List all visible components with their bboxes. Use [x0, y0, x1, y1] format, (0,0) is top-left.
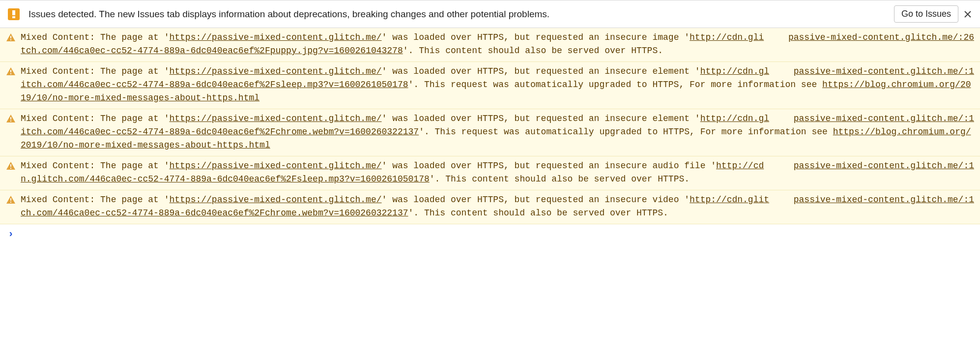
svg-rect-10 [10, 198, 11, 201]
svg-rect-2 [10, 36, 11, 38]
issues-icon [8, 8, 20, 20]
warning-icon [6, 66, 16, 76]
warning-icon [6, 195, 16, 205]
warning-source-link[interactable]: passive-mixed-content.glitch.me/:1 [794, 112, 974, 125]
warning-message: passive-mixed-content.glitch.me/:1 Mixed… [21, 65, 974, 105]
warn-text: Mixed Content: The page at ' [21, 161, 169, 171]
warn-url[interactable]: https://passive-mixed-content.glitch.me/ [169, 114, 381, 123]
warn-text: ' was loaded over HTTPS, but requested a… [382, 66, 700, 76]
warning-message: passive-mixed-content.glitch.me/:26 Mixe… [21, 31, 974, 58]
warn-text: '. This content should also be served ov… [403, 46, 663, 56]
warn-text: '. This content should also be served ov… [430, 174, 690, 184]
warning-message: passive-mixed-content.glitch.me/:1 Mixed… [21, 112, 974, 152]
svg-rect-11 [10, 202, 11, 203]
warn-url[interactable]: https://passive-mixed-content.glitch.me/ [169, 32, 381, 42]
warn-text: Mixed Content: The page at ' [21, 114, 169, 123]
warn-text: Mixed Content: The page at ' [21, 66, 169, 76]
svg-rect-8 [10, 164, 11, 167]
warning-source-link[interactable]: passive-mixed-content.glitch.me/:1 [794, 193, 974, 207]
warning-icon [6, 161, 16, 171]
warn-url[interactable]: https://passive-mixed-content.glitch.me/ [169, 161, 381, 171]
console-warning-row[interactable]: passive-mixed-content.glitch.me/:1 Mixed… [0, 190, 980, 224]
warning-message: passive-mixed-content.glitch.me/:1 Mixed… [21, 193, 974, 220]
warning-source-link[interactable]: passive-mixed-content.glitch.me/:1 [794, 159, 974, 173]
warn-url[interactable]: https://passive-mixed-content.glitch.me/ [169, 195, 381, 205]
warn-text: '. This request was automatically upgrad… [408, 80, 823, 90]
warn-text: ' was loaded over HTTPS, but requested a… [382, 114, 700, 123]
svg-rect-5 [10, 73, 11, 74]
close-icon[interactable] [963, 10, 972, 19]
go-to-issues-button[interactable]: Go to Issues [894, 5, 958, 23]
issues-banner-text: Issues detected. The new Issues tab disp… [29, 9, 894, 20]
svg-rect-4 [10, 70, 11, 72]
console-warning-row[interactable]: passive-mixed-content.glitch.me/:26 Mixe… [0, 28, 980, 62]
console-warning-row[interactable]: passive-mixed-content.glitch.me/:1 Mixed… [0, 109, 980, 156]
warn-text: Mixed Content: The page at ' [21, 32, 169, 42]
warning-source-link[interactable]: passive-mixed-content.glitch.me/:26 [788, 31, 974, 44]
svg-rect-1 [12, 16, 15, 18]
issues-banner: Issues detected. The new Issues tab disp… [0, 0, 980, 28]
console-prompt[interactable]: › [0, 224, 980, 243]
console-warning-row[interactable]: passive-mixed-content.glitch.me/:1 Mixed… [0, 156, 980, 190]
console-warning-row[interactable]: passive-mixed-content.glitch.me/:1 Mixed… [0, 62, 980, 109]
warn-text: ' was loaded over HTTPS, but requested a… [382, 32, 690, 42]
svg-rect-3 [10, 39, 11, 40]
warning-source-link[interactable]: passive-mixed-content.glitch.me/:1 [794, 65, 974, 78]
svg-rect-6 [10, 117, 11, 120]
warn-text: Mixed Content: The page at ' [21, 195, 169, 205]
console-warnings: passive-mixed-content.glitch.me/:26 Mixe… [0, 28, 980, 224]
warn-text: ' was loaded over HTTPS, but requested a… [382, 161, 717, 171]
warning-message: passive-mixed-content.glitch.me/:1 Mixed… [21, 159, 974, 186]
svg-rect-0 [12, 10, 15, 15]
svg-rect-9 [10, 168, 11, 169]
warn-url[interactable]: https://passive-mixed-content.glitch.me/ [169, 66, 381, 76]
warn-text: '. This content should also be served ov… [408, 208, 668, 218]
warning-icon [6, 32, 16, 42]
svg-rect-7 [10, 120, 11, 121]
warn-text: ' was loaded over HTTPS, but requested a… [382, 195, 690, 205]
warn-text: '. This request was automatically upgrad… [419, 127, 833, 137]
warning-icon [6, 114, 16, 123]
